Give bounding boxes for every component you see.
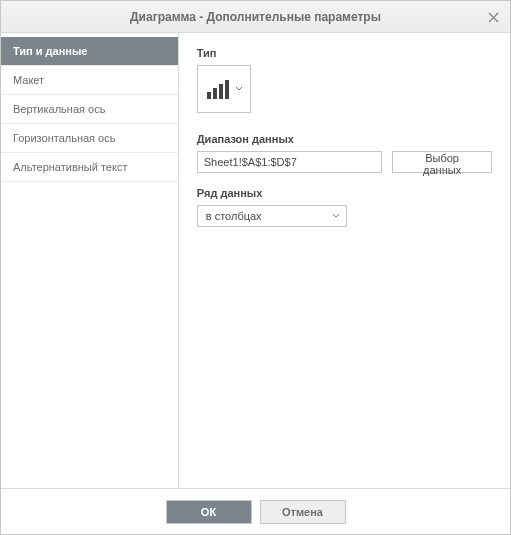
titlebar: Диаграмма - Дополнительные параметры xyxy=(1,1,510,33)
chevron-down-icon xyxy=(332,213,340,219)
chart-type-icon-wrap xyxy=(205,77,243,101)
chart-type-selector[interactable] xyxy=(197,65,251,113)
sidebar-item-label: Макет xyxy=(13,74,44,86)
series-label: Ряд данных xyxy=(197,187,492,199)
dialog-body: Тип и данные Макет Вертикальная ось Гори… xyxy=(1,33,510,488)
data-range-row: Выбор данных xyxy=(197,151,492,173)
svg-rect-2 xyxy=(219,84,223,99)
sidebar-item-layout[interactable]: Макет xyxy=(1,66,178,95)
sidebar-item-label: Альтернативный текст xyxy=(13,161,127,173)
svg-rect-1 xyxy=(213,88,217,99)
cancel-button[interactable]: Отмена xyxy=(260,500,346,524)
dialog-footer: ОК Отмена xyxy=(1,488,510,534)
svg-rect-3 xyxy=(225,80,229,99)
close-icon xyxy=(488,12,499,23)
column-chart-icon xyxy=(205,77,231,101)
sidebar-item-horizontal-axis[interactable]: Горизонтальная ось xyxy=(1,124,178,153)
ok-button[interactable]: ОК xyxy=(166,500,252,524)
close-button[interactable] xyxy=(484,8,502,26)
sidebar-item-vertical-axis[interactable]: Вертикальная ось xyxy=(1,95,178,124)
data-range-label: Диапазон данных xyxy=(197,133,492,145)
sidebar-item-label: Тип и данные xyxy=(13,45,87,57)
select-data-button[interactable]: Выбор данных xyxy=(392,151,492,173)
svg-rect-0 xyxy=(207,92,211,99)
series-select-value: в столбцах xyxy=(206,210,262,222)
chart-advanced-settings-dialog: Диаграмма - Дополнительные параметры Тип… xyxy=(0,0,511,535)
sidebar-item-label: Горизонтальная ось xyxy=(13,132,115,144)
content-panel: Тип Диапазон данных Выбор д xyxy=(179,33,510,488)
sidebar-item-alt-text[interactable]: Альтернативный текст xyxy=(1,153,178,182)
dialog-title: Диаграмма - Дополнительные параметры xyxy=(130,10,381,24)
chevron-down-icon xyxy=(235,86,243,92)
series-select[interactable]: в столбцах xyxy=(197,205,347,227)
data-range-input[interactable] xyxy=(197,151,382,173)
sidebar: Тип и данные Макет Вертикальная ось Гори… xyxy=(1,33,179,488)
sidebar-item-label: Вертикальная ось xyxy=(13,103,105,115)
sidebar-item-type-and-data[interactable]: Тип и данные xyxy=(1,37,178,66)
type-label: Тип xyxy=(197,47,492,59)
